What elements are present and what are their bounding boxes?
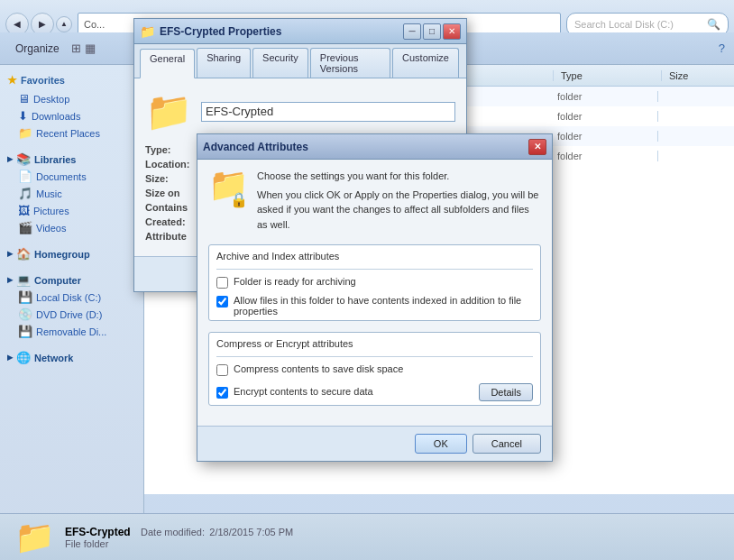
view-icon[interactable]: ⊞ [71,41,81,55]
sidebar-removable-label: Removable Di... [36,326,106,337]
sidebar-favorites-header[interactable]: ★ Favorites [0,70,143,90]
advanced-title: Advanced Attributes [203,141,528,153]
homegroup-icon: 🏠 [16,247,31,261]
checkbox-encrypt[interactable] [216,387,228,399]
advanced-attributes-dialog: Advanced Attributes ✕ 📁 🔒 Choose the set… [197,133,553,462]
up-button[interactable]: ▲ [56,16,72,32]
computer-arrow-icon: ▶ [7,276,13,284]
sidebar-item-documents[interactable]: 📄 Documents [0,168,143,185]
sidebar-item-localdisk[interactable]: 💾 Local Disk (C:) [0,289,143,306]
sidebar-item-removable[interactable]: 💾 Removable Di... [0,323,143,340]
properties-folder-icon: 📁 [140,24,154,39]
sidebar-homegroup-header[interactable]: ▶ 🏠 Homegroup [0,242,143,262]
sidebar-homegroup-section: ▶ 🏠 Homegroup [0,242,143,262]
organize-button[interactable]: Organize [9,40,66,58]
status-info: EFS-Crypted Date modified: 2/18/2015 7:0… [65,526,293,549]
tab-general[interactable]: General [140,49,195,78]
search-placeholder: Search Local Disk (C:) [574,19,674,30]
music-icon: 🎵 [18,187,32,200]
pictures-icon: 🖼 [18,204,30,217]
tab-customize[interactable]: Customize [392,48,459,78]
sidebar-libraries-header[interactable]: ▶ 📚 Libraries [0,147,143,168]
downloads-icon: ⬇ [18,109,28,123]
desktop-icon: 🖥 [18,92,30,106]
status-name: EFS-Crypted Date modified: 2/18/2015 7:0… [65,526,293,538]
status-file-type: File folder [65,538,293,549]
checkbox-encrypt-label: Encrypt contents to secure data [234,386,373,397]
folder-name-area: 📁 [145,89,455,133]
sidebar: ★ Favorites 🖥 Desktop ⬇ Downloads 📁 Rece… [0,65,144,560]
sidebar-item-videos[interactable]: 🎬 Videos [0,219,143,236]
sidebar-item-downloads[interactable]: ⬇ Downloads [0,107,143,124]
adv-desc-line2: When you click OK or Apply on the Proper… [257,188,541,233]
sidebar-item-music[interactable]: 🎵 Music [0,185,143,202]
homegroup-arrow-icon: ▶ [7,250,13,258]
advanced-footer: OK Cancel [197,426,552,461]
tab-previous-versions[interactable]: Previous Versions [310,48,390,78]
big-folder-icon: 📁 [145,89,192,133]
checkbox-encrypt-row: Encrypt contents to secure data Details [209,380,540,405]
network-icon: 🌐 [16,351,31,364]
sidebar-pictures-label: Pictures [33,206,69,216]
sidebar-favorites-section: ★ Favorites 🖥 Desktop ⬇ Downloads 📁 Rece… [0,70,143,142]
checkbox-index[interactable] [216,296,228,308]
sidebar-computer-label: Computer [34,275,81,286]
titlebar-buttons: ─ □ ✕ [403,23,461,40]
videos-icon: 🎬 [18,221,32,234]
maximize-button[interactable]: □ [423,23,441,40]
encrypt-section: Compress or Encrypt attributes Compress … [208,332,541,406]
checkbox-archiving-label: Folder is ready for archiving [234,276,356,287]
archive-section: Archive and Index attributes Folder is r… [208,244,541,321]
close-button[interactable]: ✕ [443,23,461,40]
sidebar-downloads-label: Downloads [32,111,80,122]
sidebar-item-dvd[interactable]: 💿 DVD Drive (D:) [0,306,143,323]
sidebar-localdisk-label: Local Disk (C:) [36,292,101,303]
advanced-cancel-button[interactable]: Cancel [473,434,541,454]
sidebar-favorites-label: Favorites [21,75,65,86]
sidebar-item-recent[interactable]: 📁 Recent Places [0,124,143,142]
status-date-label: Date modified: [141,527,205,537]
properties-titlebar: 📁 EFS-Crypted Properties ─ □ ✕ [134,19,466,44]
computer-icon: 💻 [16,273,31,287]
checkbox-index-row: Allow files in this folder to have conte… [209,292,540,320]
removable-icon: 💾 [18,325,32,338]
lock-overlay-icon: 🔒 [230,191,248,208]
status-folder-icon: 📁 [14,519,50,555]
advanced-folder-with-lock: 📁 🔒 [208,169,248,208]
sidebar-item-pictures[interactable]: 🖼 Pictures [0,202,143,219]
dialog-tabs: General Sharing Security Previous Versio… [134,44,466,78]
sidebar-network-section: ▶ 🌐 Network [0,345,143,366]
sidebar-network-header[interactable]: ▶ 🌐 Network [0,345,143,366]
recent-icon: 📁 [18,126,32,140]
col-size-header[interactable]: Size [662,70,734,81]
star-icon: ★ [7,74,17,87]
col-type-header[interactable]: Type [554,70,662,81]
sidebar-recent-label: Recent Places [36,128,100,139]
checkbox-compress[interactable] [216,364,228,376]
help-icon[interactable]: ? [719,41,725,55]
folder-name-input[interactable] [201,102,455,122]
checkbox-archiving[interactable] [216,277,228,289]
checkbox-index-label: Allow files in this folder to have conte… [234,295,533,317]
sidebar-documents-label: Documents [36,171,87,182]
checkbox-compress-row: Compress contents to save disk space [209,361,540,380]
sidebar-computer-section: ▶ 💻 Computer 💾 Local Disk (C:) 💿 DVD Dri… [0,268,143,340]
status-date-value: 2/18/2015 7:05 PM [209,527,293,537]
advanced-ok-button[interactable]: OK [415,434,467,454]
checkbox-compress-label: Compress contents to save disk space [234,363,403,374]
sidebar-computer-header[interactable]: ▶ 💻 Computer [0,268,143,289]
details-button[interactable]: Details [479,383,533,401]
status-bar: 📁 EFS-Crypted Date modified: 2/18/2015 7… [0,513,734,560]
advanced-close-button[interactable]: ✕ [528,139,546,155]
sidebar-homegroup-label: Homegroup [34,249,90,260]
localdisk-icon: 💾 [18,290,32,304]
sidebar-item-desktop[interactable]: 🖥 Desktop [0,90,143,107]
preview-icon[interactable]: ▦ [85,41,96,55]
sidebar-desktop-label: Desktop [33,94,69,105]
advanced-titlebar: Advanced Attributes ✕ [197,134,552,160]
tab-sharing[interactable]: Sharing [197,48,251,78]
sidebar-libraries-section: ▶ 📚 Libraries 📄 Documents 🎵 Music 🖼 Pict… [0,147,143,236]
tab-security[interactable]: Security [252,48,308,78]
libraries-arrow-icon: ▶ [7,155,13,163]
minimize-button[interactable]: ─ [403,23,421,40]
